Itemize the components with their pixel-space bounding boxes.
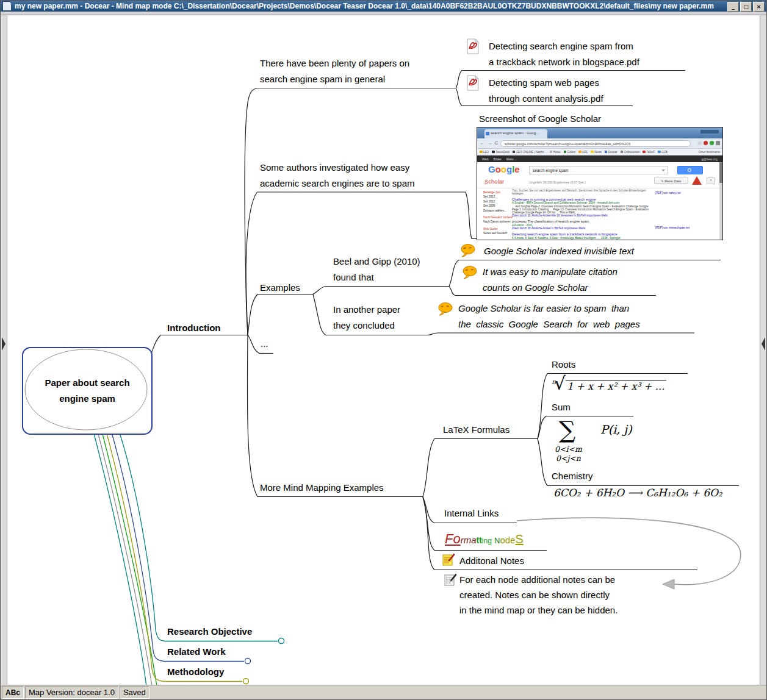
result-count: Ungefähr 36.200 Ergebnisse (0,07 Sek.): [529, 180, 586, 184]
spellcheck-toggle[interactable]: ABc: [2, 686, 24, 699]
result-snippet: Search engine optimization (SEO) is the …: [512, 240, 654, 240]
svg-text:”: ”: [446, 305, 449, 311]
node-pdf-trackback[interactable]: Detecting search engine spam from a trac…: [489, 38, 639, 70]
node-latex-formulas[interactable]: LaTeX Formulas: [443, 422, 510, 438]
pdf-icon: [466, 38, 480, 57]
node-pdf-content-analysis[interactable]: Detecting spam web pages through content…: [489, 75, 603, 107]
close-button[interactable]: ×: [753, 2, 765, 12]
node-roots[interactable]: Roots: [552, 357, 575, 373]
maximize-button[interactable]: □: [740, 2, 752, 12]
svg-text:“: “: [463, 246, 466, 252]
scholar-sidebar: Beliebige Zeit Seit 2013 Seit 2012 Seit …: [483, 190, 513, 236]
pdf-link: [PDF] von researchgate.net: [655, 226, 698, 229]
map-version-label: Map Version: docear 1.0: [25, 686, 118, 699]
browser-bookmarks-bar: LEO TweetDeck ZEIT ONLINE | Nachri… Heis…: [477, 149, 722, 155]
scholar-logo-text: Scholar: [484, 178, 504, 185]
google-logo: Google: [488, 164, 520, 174]
scholar-search-button: [677, 166, 703, 174]
alert-icon: [692, 176, 702, 185]
browser-nav-icons: ← → C: [480, 140, 499, 146]
formula-chemistry[interactable]: 6CO₂ + 6H₂O ⟶ C₆H₁₂O₆ + 6O₂: [553, 487, 722, 499]
result-links: Zitiert durch 32 Ähnliche Artikel Alle 1…: [512, 214, 654, 218]
node-note-text[interactable]: For each node additional notes can be cr…: [459, 572, 618, 618]
browser-toolbar-icons: [697, 141, 720, 145]
browser-tab: search engine spam - Goog…: [484, 129, 547, 138]
save-status-label: Saved: [120, 686, 149, 699]
result-snippet: … Anil Singhal Page 2. Overview Introduc…: [512, 205, 654, 215]
quote-icon: “ ”: [460, 244, 477, 260]
node-formatting-nodes[interactable]: Formatting NodeS: [445, 530, 524, 550]
scholar-search-input: search engine spam: [529, 166, 668, 174]
browser-scrollbar: [719, 162, 722, 240]
search-caret-icon: [661, 170, 665, 171]
svg-text:“: “: [441, 305, 444, 311]
node-quote-invisible-text[interactable]: Google Scholar indexed invisible text: [484, 243, 634, 259]
pdf-link: [PDF] von nahey.net: [655, 191, 698, 195]
node-additional-notes[interactable]: Additonal Notes: [459, 553, 524, 569]
scholar-tip: Tipp: Suchen Sie nur nach Ergebnissen au…: [512, 189, 654, 196]
document-icon: [2, 1, 12, 11]
node-another-paper[interactable]: In another paper they concluded: [333, 302, 400, 334]
left-panel-handle[interactable]: [2, 337, 5, 351]
window-titlebar: my new paper.mm - Docear - Mind map mode…: [1, 1, 766, 12]
formula-roots[interactable]: n√1 + x + x² + x³ + …: [552, 374, 666, 393]
settings-dropdown: ▾: [707, 177, 715, 184]
svg-text:“: “: [465, 268, 468, 274]
tab-favicon: [486, 132, 489, 135]
browser-toolbar: ← → C scholar.google.com/scholar?q=searc…: [477, 138, 722, 149]
browser-titlebar: search engine spam - Goog…: [477, 127, 722, 138]
right-panel-handle[interactable]: [762, 337, 765, 351]
minimize-button[interactable]: _: [727, 2, 739, 12]
node-beel-gipp[interactable]: Beel and Gipp (2010) found that: [333, 254, 420, 285]
svg-text:”: ”: [469, 246, 472, 252]
node-screenshot-title[interactable]: Screenshot of Google Scholar: [479, 111, 601, 127]
node-chemistry[interactable]: Chemistry: [552, 468, 593, 484]
root-node[interactable]: Paper about search engine spam: [22, 347, 153, 435]
node-sum[interactable]: Sum: [552, 399, 571, 415]
magnifier-icon: [688, 168, 691, 172]
node-plenty-papers[interactable]: There have been plenty of papers on sear…: [260, 55, 409, 87]
node-quote-far-easier[interactable]: Google Scholar is far easier to spam tha…: [458, 301, 640, 332]
formula-sum-expr: P(i, j): [600, 423, 632, 436]
scholar-results: Tipp: Suchen Sie nur nach Ergebnissen au…: [512, 189, 654, 240]
google-scholar-screenshot[interactable]: search engine spam - Goog… ← → C scholar…: [477, 127, 723, 240]
google-topbar: Web Bilder Mehr… gj@test.org: [477, 155, 722, 162]
statusbar: ABc Map Version: docear 1.0 Saved: [1, 685, 766, 699]
browser-url-bar: scholar.google.com/scholar?q=search+engi…: [500, 140, 691, 147]
node-dots[interactable]: ...: [261, 336, 268, 352]
node-examples[interactable]: Examples: [260, 280, 300, 296]
node-internal-links[interactable]: Internal Links: [444, 505, 499, 521]
node-more-examples[interactable]: More Mind Mapping Examples: [260, 480, 384, 496]
result-links: Zitiert durch 28 Ähnliche Artikel In Bib…: [512, 227, 654, 230]
node-methodology[interactable]: Methodology: [167, 664, 224, 680]
browser-window-buttons: [700, 130, 719, 134]
note-icon: [442, 552, 455, 570]
formula-sum-sigma[interactable]: ∑: [559, 418, 575, 442]
quote-icon: “ ”: [438, 302, 455, 318]
node-research-objective[interactable]: Research Objective: [167, 624, 252, 640]
node-some-authors[interactable]: Some authors investigated how easy acade…: [260, 160, 414, 191]
root-node-label: Paper about search engine spam: [23, 348, 151, 434]
svg-text:”: ”: [470, 268, 474, 274]
node-quote-citation-counts[interactable]: It was easy to manipulate citation count…: [483, 264, 618, 296]
pdf-icon: [466, 75, 480, 93]
my-citations-button: ✎ Meine Zitate: [654, 177, 688, 184]
window-title: my new paper.mm - Docear - Mind map mode…: [15, 2, 714, 10]
note-inline-icon: [444, 573, 457, 590]
quote-icon: “ ”: [462, 266, 479, 282]
node-related-work[interactable]: Related Work: [167, 644, 226, 660]
formula-sum-limits: 0<i<m 0<j<n: [555, 445, 582, 463]
scholar-content: Google search engine spam Scholar Ungefä…: [477, 162, 722, 240]
docear-window: my new paper.mm - Docear - Mind map mode…: [0, 0, 767, 700]
node-introduction[interactable]: Introduction: [167, 320, 220, 336]
